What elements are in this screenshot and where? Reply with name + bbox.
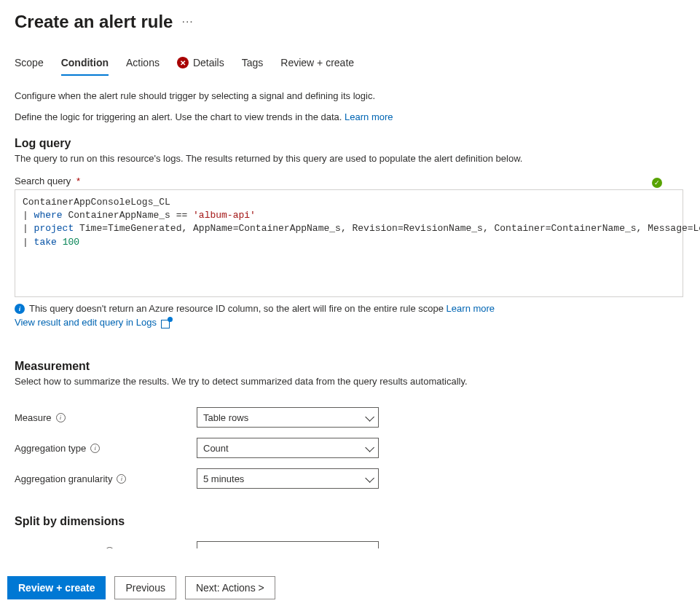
resource-id-row: Resource ID column i bbox=[15, 541, 685, 548]
aggregation-type-select-wrap bbox=[197, 438, 379, 458]
measurement-desc: Select how to summarize the results. We … bbox=[15, 376, 685, 387]
aggregation-granularity-row: Aggregation granularity i bbox=[15, 468, 685, 489]
help-icon[interactable]: i bbox=[90, 444, 100, 453]
logs-icon[interactable] bbox=[161, 318, 171, 328]
tab-actions[interactable]: Actions bbox=[126, 52, 160, 76]
help-icon[interactable]: i bbox=[117, 474, 126, 484]
tab-condition[interactable]: Condition bbox=[61, 52, 109, 76]
aggregation-granularity-select[interactable] bbox=[197, 468, 379, 489]
resource-id-label: Resource ID column i bbox=[15, 546, 197, 549]
query-info-text: This query doesn't return an Azure resou… bbox=[29, 303, 495, 314]
tab-review[interactable]: Review + create bbox=[280, 52, 354, 76]
condition-desc-2: Define the logic for triggering an alert… bbox=[15, 111, 685, 122]
next-actions-button[interactable]: Next: Actions > bbox=[185, 576, 275, 599]
error-icon: ✕ bbox=[177, 57, 189, 68]
aggregation-type-row: Aggregation type i bbox=[15, 438, 685, 458]
tab-scope[interactable]: Scope bbox=[15, 52, 44, 76]
aggregation-type-label: Aggregation type i bbox=[15, 443, 197, 454]
search-query-label: Search query bbox=[15, 176, 71, 186]
view-result-link[interactable]: View result and edit query in Logs bbox=[15, 317, 157, 328]
content-area: Configure when the alert rule should tri… bbox=[0, 76, 700, 559]
tab-bar: Scope Condition Actions ✕ Details Tags R… bbox=[0, 52, 700, 76]
check-icon: ✓ bbox=[652, 178, 662, 188]
page-title: Create an alert rule bbox=[15, 12, 173, 32]
search-query-label-row: Search query * ✓ bbox=[15, 176, 685, 189]
tab-review-label: Review + create bbox=[280, 57, 354, 68]
search-query-input[interactable]: ContainerAppConsoleLogs_CL | where Conta… bbox=[15, 189, 683, 297]
help-icon[interactable]: i bbox=[105, 547, 114, 549]
learn-more-link[interactable]: Learn more bbox=[345, 111, 393, 122]
log-query-title: Log query bbox=[15, 137, 685, 150]
tab-actions-label: Actions bbox=[126, 57, 160, 68]
resource-id-select-wrap bbox=[197, 541, 379, 548]
measure-select-wrap bbox=[197, 407, 379, 428]
log-query-desc: The query to run on this resource's logs… bbox=[15, 153, 685, 164]
measurement-title: Measurement bbox=[15, 360, 685, 373]
info-icon: i bbox=[15, 304, 25, 314]
condition-desc-2-text: Define the logic for triggering an alert… bbox=[15, 111, 345, 122]
page-header: Create an alert rule ··· bbox=[0, 0, 700, 52]
tab-tags[interactable]: Tags bbox=[242, 52, 264, 76]
measure-select[interactable] bbox=[197, 407, 379, 428]
query-info-row: i This query doesn't return an Azure res… bbox=[15, 303, 685, 314]
split-dimensions-title: Split by dimensions bbox=[15, 515, 685, 528]
aggregation-granularity-select-wrap bbox=[197, 468, 379, 489]
tab-condition-label: Condition bbox=[61, 57, 109, 68]
tab-scope-label: Scope bbox=[15, 57, 44, 68]
condition-desc-1: Configure when the alert rule should tri… bbox=[15, 90, 685, 101]
footer-bar: Review + create Previous Next: Actions > bbox=[0, 567, 700, 614]
help-icon[interactable]: i bbox=[56, 413, 66, 422]
query-info-learn-more-link[interactable]: Learn more bbox=[447, 303, 495, 314]
aggregation-granularity-label: Aggregation granularity i bbox=[15, 473, 197, 484]
resource-id-select[interactable] bbox=[197, 541, 379, 548]
view-result-link-row: View result and edit query in Logs bbox=[15, 317, 685, 328]
measure-label: Measure i bbox=[15, 412, 197, 423]
review-create-button[interactable]: Review + create bbox=[7, 576, 106, 599]
measure-row: Measure i bbox=[15, 407, 685, 428]
tab-details-label: Details bbox=[193, 57, 224, 68]
tab-details[interactable]: ✕ Details bbox=[177, 52, 224, 76]
required-asterisk: * bbox=[76, 176, 80, 186]
aggregation-type-select[interactable] bbox=[197, 438, 379, 458]
tab-tags-label: Tags bbox=[242, 57, 264, 68]
previous-button[interactable]: Previous bbox=[114, 576, 176, 599]
more-icon[interactable]: ··· bbox=[181, 15, 193, 28]
